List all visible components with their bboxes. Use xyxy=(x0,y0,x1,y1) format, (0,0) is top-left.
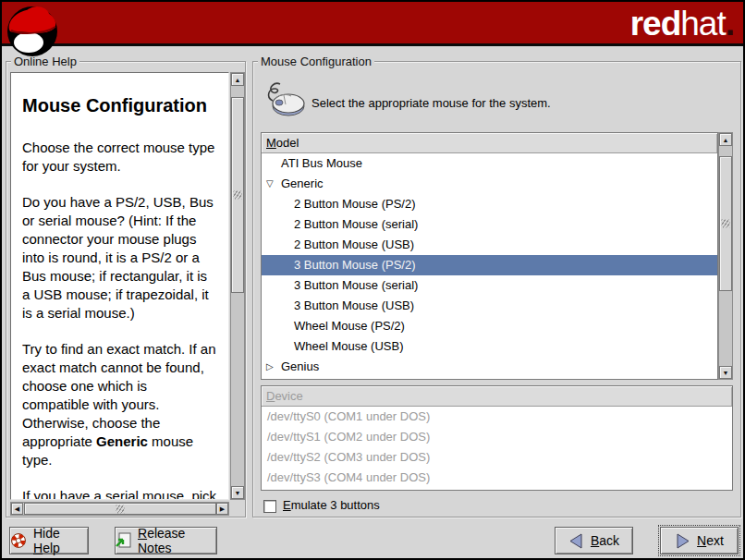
model-row[interactable]: 3 Button Mouse (USB) xyxy=(262,296,717,316)
installer-window: redhat. Online Help Mouse Configuration … xyxy=(0,0,745,560)
hide-help-label-pre: Hide xyxy=(33,526,60,541)
model-vscroll-thumb[interactable] xyxy=(719,156,732,291)
model-row[interactable]: ▷Genius xyxy=(262,357,717,377)
next-button[interactable]: Next xyxy=(660,527,739,554)
scroll-right-icon[interactable]: ▶ xyxy=(216,503,228,515)
model-row-label: Genius xyxy=(281,359,319,373)
model-row[interactable]: 3 Button Mouse (serial) xyxy=(262,275,717,296)
hide-help-label-mnemonic: H xyxy=(33,541,43,555)
model-row[interactable]: 2 Button Mouse (serial) xyxy=(262,214,717,235)
model-row[interactable]: ▽Generic xyxy=(262,174,717,194)
help-paragraph-bold: Generic xyxy=(96,433,148,449)
model-row-label: Wheel Mouse (USB) xyxy=(294,339,403,353)
scroll-left-icon[interactable]: ◀ xyxy=(11,503,23,515)
model-row-label: Wheel Mouse (PS/2) xyxy=(294,319,405,333)
brand-light: hat xyxy=(680,5,725,43)
model-row-label: 3 Button Mouse (PS/2) xyxy=(294,258,416,272)
back-label: Back xyxy=(591,533,619,548)
help-horizontal-scrollbar[interactable]: ◀ ▶ xyxy=(10,502,229,516)
device-row: /dev/ttyS1 (COM2 under DOS) xyxy=(262,427,732,447)
model-row[interactable]: Wheel Mouse (USB) xyxy=(262,336,717,357)
scroll-down-icon[interactable]: ▼ xyxy=(231,486,244,499)
help-vertical-scrollbar[interactable]: ▲ ▼ xyxy=(230,72,245,500)
mouse-icon xyxy=(263,80,308,119)
life-preserver-icon xyxy=(10,532,27,549)
release-notes-icon xyxy=(116,532,131,549)
scroll-up-icon[interactable]: ▲ xyxy=(719,133,732,146)
model-row-label: Generic xyxy=(281,177,324,190)
help-title: Mouse Configuration xyxy=(22,95,217,116)
hide-help-label: Hide Help xyxy=(33,526,88,555)
next-arrow-icon xyxy=(675,533,690,549)
model-row-label: 2 Button Mouse (serial) xyxy=(294,217,418,231)
help-paragraph: Choose the correct mouse type for your s… xyxy=(22,139,217,176)
model-row[interactable]: ATI Bus Mouse xyxy=(262,153,717,174)
expander-open-icon[interactable]: ▽ xyxy=(266,174,274,194)
release-notes-label-mnemonic: R xyxy=(138,526,147,541)
emulate-label-text: mulate 3 buttons xyxy=(291,498,380,512)
back-button[interactable]: Back xyxy=(555,527,633,554)
back-label-mnemonic: B xyxy=(591,533,599,548)
device-header-mnemonic: D xyxy=(266,389,275,403)
help-paragraph: Try to find an exact match. If an exact … xyxy=(22,340,217,469)
model-row[interactable]: 2 Button Mouse (PS/2) xyxy=(262,194,717,214)
model-row[interactable]: 2 Button Mouse (USB) xyxy=(262,235,717,255)
model-row-label: 2 Button Mouse (PS/2) xyxy=(294,197,416,211)
scroll-up-icon[interactable]: ▲ xyxy=(231,73,244,86)
brand-dot: . xyxy=(726,5,734,43)
device-row: /dev/ttyS0 (COM1 under DOS) xyxy=(262,407,732,427)
back-arrow-icon xyxy=(568,533,584,549)
help-vscroll-thumb[interactable] xyxy=(231,97,244,293)
help-text-panel: Mouse Configuration Choose the correct m… xyxy=(10,72,229,500)
device-row: /dev/ttyS2 (COM3 under DOS) xyxy=(262,447,732,468)
release-notes-label: Release Notes xyxy=(138,526,216,555)
model-row-label: 2 Button Mouse (USB) xyxy=(294,237,414,251)
help-paragraph: Do you have a PS/2, USB, Bus or serial m… xyxy=(22,193,217,323)
emulate-label-mnemonic: E xyxy=(283,498,291,512)
brand-bold: red xyxy=(630,5,681,43)
model-header-text: odel xyxy=(276,136,299,150)
model-column-header[interactable]: Model xyxy=(262,133,717,153)
next-label-mnemonic: N xyxy=(697,533,706,548)
device-list: Device /dev/ttyS0 (COM1 under DOS) /dev/… xyxy=(261,385,733,491)
back-label-rest: ack xyxy=(599,533,619,548)
device-column-header: Device xyxy=(262,386,732,407)
expander-closed-icon[interactable]: ▷ xyxy=(266,357,274,377)
model-row-label: 3 Button Mouse (USB) xyxy=(294,298,414,312)
help-paragraph-clipped: If you have a serial mouse, pick xyxy=(22,487,217,500)
release-notes-button[interactable]: Release Notes xyxy=(115,527,217,554)
next-label-rest: ext xyxy=(706,533,724,548)
device-header-text: evice xyxy=(275,389,302,403)
model-row-label: 3 Button Mouse (serial) xyxy=(294,278,418,292)
mouse-configuration-frame: Mouse Configuration Select the appropria… xyxy=(252,61,741,517)
emulate-3-buttons-label[interactable]: Emulate 3 buttons xyxy=(283,498,380,512)
redhat-wordmark: redhat. xyxy=(630,4,734,44)
hide-help-button[interactable]: Hide Help xyxy=(9,527,89,554)
online-help-frame: Online Help Mouse Configuration Choose t… xyxy=(6,61,246,517)
model-header-mnemonic: M xyxy=(266,136,276,150)
hide-help-label-post: elp xyxy=(43,541,60,555)
model-row-selected[interactable]: 3 Button Mouse (PS/2) xyxy=(262,255,717,275)
model-row[interactable]: Wheel Mouse (PS/2) xyxy=(262,316,717,336)
scroll-down-icon[interactable]: ▼ xyxy=(719,366,732,379)
emulate-3-buttons-checkbox[interactable] xyxy=(263,500,276,513)
mouse-configuration-frame-label: Mouse Configuration xyxy=(258,55,374,68)
model-vertical-scrollbar[interactable]: ▲ ▼ xyxy=(718,132,733,380)
device-row: /dev/ttyS3 (COM4 under DOS) xyxy=(262,468,732,488)
help-hscroll-thumb[interactable] xyxy=(24,503,216,515)
instruction-text: Select the appropriate mouse for the sys… xyxy=(311,96,551,110)
model-list: Model ATI Bus Mouse ▽Generic 2 Button Mo… xyxy=(261,132,718,380)
redhat-shadowman-logo xyxy=(6,4,61,59)
next-label: Next xyxy=(697,533,724,548)
model-row-label: ATI Bus Mouse xyxy=(281,156,362,170)
